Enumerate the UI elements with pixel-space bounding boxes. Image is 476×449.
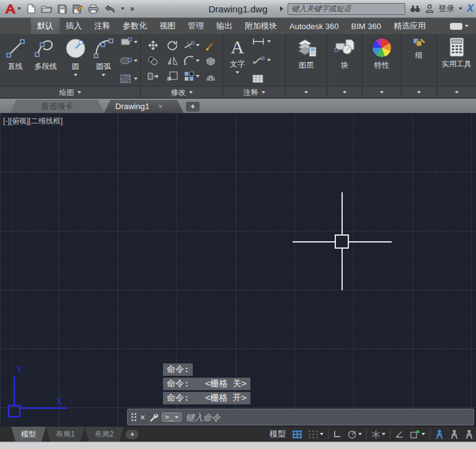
file-tab-add-button[interactable]: + — [186, 102, 200, 112]
ribbon-tab-featured-apps[interactable]: 精选应用 — [387, 18, 432, 34]
command-bar-close-icon[interactable]: × — [140, 413, 145, 422]
panel-layers: 图层 — [286, 34, 327, 98]
undo-caret-icon[interactable] — [121, 7, 125, 10]
offset-button[interactable] — [205, 71, 217, 82]
trim-button[interactable] — [183, 40, 200, 51]
ribbon-minimize-button[interactable] — [450, 18, 476, 34]
leader-button[interactable] — [252, 56, 281, 64]
table-button[interactable] — [252, 74, 281, 84]
polyline-button[interactable]: 多段线 — [29, 36, 62, 86]
copy-button[interactable] — [147, 55, 159, 66]
object-snap-icon[interactable] — [408, 429, 426, 440]
hatch-button[interactable] — [120, 74, 139, 84]
ribbon-tab-view[interactable]: 视图 — [153, 18, 182, 34]
ribbon-tab-addins[interactable]: 附加模块 — [239, 18, 283, 34]
circle-button[interactable]: 圆 — [62, 36, 89, 86]
properties-button[interactable]: 特性 — [371, 36, 392, 86]
annotation-visibility-icon[interactable] — [433, 429, 445, 440]
rotate-button[interactable] — [166, 40, 178, 51]
ribbon-tab-home[interactable]: 默认 — [31, 18, 60, 34]
layout-tab-layout2[interactable]: 布局2 — [85, 427, 124, 442]
command-input[interactable] — [185, 412, 470, 422]
file-tab-drawing1[interactable]: Drawing1 × — [104, 100, 183, 113]
save-icon[interactable] — [58, 4, 67, 14]
ribbon-tab-output[interactable]: 输出 — [210, 18, 239, 34]
scale-button[interactable] — [166, 71, 178, 82]
fillet-button[interactable] — [183, 55, 200, 66]
exchange-apps-icon[interactable]: X — [467, 3, 474, 14]
polar-tracking-icon[interactable] — [346, 429, 363, 440]
array-button[interactable] — [183, 71, 200, 82]
isodraft-toggle-icon[interactable] — [370, 429, 387, 440]
rectangle-button[interactable] — [120, 37, 139, 47]
save-as-icon[interactable] — [73, 4, 82, 14]
ribbon-tab-annotate[interactable]: 注释 — [88, 18, 117, 34]
snap-toggle-icon[interactable] — [307, 429, 325, 440]
explode-button[interactable] — [205, 55, 217, 66]
open-folder-icon[interactable] — [41, 4, 52, 13]
ellipse-button[interactable] — [120, 56, 139, 66]
panel-block-expand[interactable] — [327, 86, 362, 98]
new-file-icon[interactable] — [27, 4, 35, 14]
ribbon-tab-manage[interactable]: 管理 — [182, 18, 210, 34]
move-button[interactable] — [147, 40, 159, 51]
command-bar-grip[interactable] — [131, 413, 136, 421]
panel-draw-expand[interactable]: 绘图 — [0, 86, 140, 98]
search-icon[interactable] — [410, 5, 421, 13]
viewport-controls[interactable]: [-][俯视][二维线框] — [3, 116, 63, 127]
command-bar[interactable]: × >_ — [127, 409, 474, 425]
panel-properties-expand[interactable] — [363, 86, 401, 98]
drawing-area[interactable]: [-][俯视][二维线框] Y X 命令: 命令: <栅格 关> 命令: <栅格… — [0, 113, 476, 427]
text-button[interactable]: A 文字 — [224, 36, 250, 86]
model-space-label[interactable]: 模型 — [270, 429, 286, 440]
object-snap-tracking-icon[interactable] — [394, 429, 405, 439]
command-history-line: 命令: — [163, 363, 193, 376]
dimension-button[interactable] — [252, 37, 281, 46]
plot-icon[interactable] — [88, 4, 99, 14]
ribbon-tab-bar: 默认 插入 注释 参数化 视图 管理 输出 附加模块 Autodesk 360 … — [0, 18, 476, 34]
qat-overflow-icon[interactable]: » — [130, 4, 134, 13]
search-input[interactable] — [288, 3, 405, 15]
user-icon[interactable] — [425, 4, 434, 13]
erase-button[interactable] — [205, 40, 217, 51]
block-icon — [333, 37, 356, 58]
ribbon-tab-parametric[interactable]: 参数化 — [117, 18, 153, 34]
color-wheel-icon — [371, 37, 392, 58]
customize-wrench-icon[interactable] — [149, 412, 158, 422]
ribbon-tab-bim360[interactable]: BIM 360 — [345, 18, 387, 34]
array-caret-icon — [196, 75, 200, 78]
utilities-button[interactable]: 实用工具 — [442, 36, 472, 86]
line-button[interactable]: 直线 — [1, 36, 29, 86]
annotation-scale-icon[interactable] — [463, 429, 475, 440]
panel-layers-expand[interactable] — [286, 86, 327, 98]
ortho-toggle-icon[interactable] — [332, 429, 343, 439]
layout-tab-add-button[interactable]: + — [126, 430, 138, 439]
infocenter-collapse-icon[interactable] — [280, 6, 283, 11]
block-button[interactable]: 块 — [333, 36, 356, 86]
stretch-button[interactable] — [147, 71, 159, 82]
panel-modify-expand[interactable]: 修改 — [141, 86, 223, 98]
group-button[interactable]: 组 — [412, 36, 426, 86]
app-menu-button[interactable] — [2, 3, 23, 15]
pickbox — [335, 234, 349, 249]
layout-tab-model[interactable]: 模型 — [11, 427, 46, 442]
layers-button[interactable]: 图层 — [295, 36, 317, 86]
annotation-autoscale-icon[interactable] — [448, 429, 460, 440]
recent-commands-button[interactable]: >_ — [162, 412, 182, 422]
mirror-button[interactable] — [166, 55, 178, 66]
grid-toggle-icon[interactable] — [291, 429, 304, 440]
sign-in-button[interactable]: 登录 — [438, 3, 454, 14]
ribbon-tab-autodesk360[interactable]: Autodesk 360 — [283, 18, 345, 34]
app-menu-caret-icon — [17, 7, 21, 10]
panel-utilities-expand[interactable] — [437, 86, 476, 98]
file-tab-new[interactable]: 新选项卡 — [10, 100, 104, 113]
ribbon-minimize-icon — [450, 23, 462, 30]
ribbon-tab-insert[interactable]: 插入 — [60, 18, 88, 34]
sign-in-caret-icon[interactable] — [459, 7, 462, 10]
panel-group-expand[interactable] — [402, 86, 436, 98]
layout-tab-layout1[interactable]: 布局1 — [46, 427, 85, 442]
undo-icon[interactable] — [104, 5, 115, 13]
arc-button[interactable]: 圆弧 — [89, 36, 118, 86]
file-tab-close-icon[interactable]: × — [158, 102, 163, 110]
panel-annotation-expand[interactable]: 注释 — [223, 86, 285, 98]
